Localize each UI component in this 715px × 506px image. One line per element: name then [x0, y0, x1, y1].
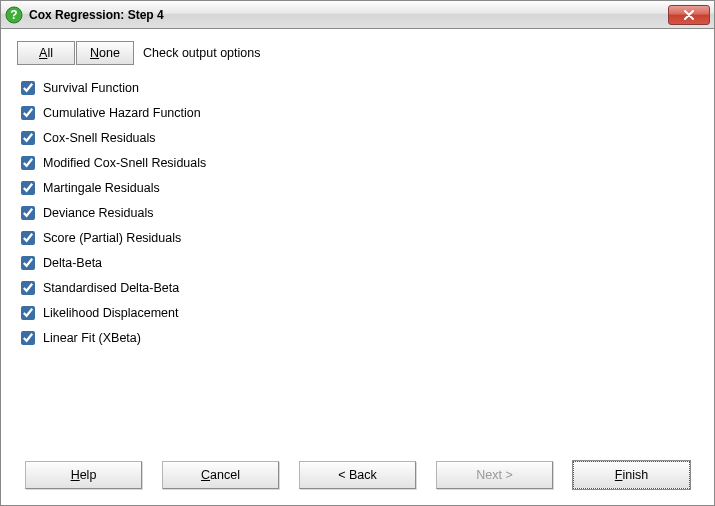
hotkey-char: F — [615, 468, 623, 482]
option-checkbox[interactable] — [21, 306, 35, 320]
nav-button-bar: Help Cancel < Back Next > Finish — [17, 451, 698, 505]
option-checkbox[interactable] — [21, 81, 35, 95]
option-label: Survival Function — [43, 81, 139, 95]
select-buttons-row: All None Check output options — [17, 41, 698, 65]
option-row[interactable]: Linear Fit (XBeta) — [21, 325, 698, 350]
option-row[interactable]: Cumulative Hazard Function — [21, 100, 698, 125]
option-checkbox[interactable] — [21, 231, 35, 245]
option-row[interactable]: Standardised Delta-Beta — [21, 275, 698, 300]
option-row[interactable]: Martingale Residuals — [21, 175, 698, 200]
titlebar: ? Cox Regression: Step 4 — [1, 1, 714, 29]
option-checkbox[interactable] — [21, 106, 35, 120]
hotkey-char: H — [71, 468, 80, 482]
option-checkbox[interactable] — [21, 256, 35, 270]
option-row[interactable]: Score (Partial) Residuals — [21, 225, 698, 250]
option-label: Likelihood Displacement — [43, 306, 179, 320]
back-button[interactable]: < Back — [299, 461, 416, 489]
option-row[interactable]: Likelihood Displacement — [21, 300, 698, 325]
output-options-list: Survival FunctionCumulative Hazard Funct… — [17, 75, 698, 451]
btn-rest: one — [99, 46, 120, 60]
close-icon — [683, 10, 695, 20]
window-close-button[interactable] — [668, 5, 710, 25]
option-label: Deviance Residuals — [43, 206, 153, 220]
window-title: Cox Regression: Step 4 — [29, 8, 668, 22]
option-label: Standardised Delta-Beta — [43, 281, 179, 295]
option-checkbox[interactable] — [21, 281, 35, 295]
client-area: All None Check output options Survival F… — [1, 29, 714, 505]
hotkey-char: < — [338, 468, 345, 482]
options-hint-label: Check output options — [143, 46, 260, 60]
hotkey-char: > — [505, 468, 512, 482]
option-row[interactable]: Delta-Beta — [21, 250, 698, 275]
option-label: Cumulative Hazard Function — [43, 106, 201, 120]
option-checkbox[interactable] — [21, 156, 35, 170]
option-row[interactable]: Cox-Snell Residuals — [21, 125, 698, 150]
option-label: Martingale Residuals — [43, 181, 160, 195]
option-row[interactable]: Deviance Residuals — [21, 200, 698, 225]
option-checkbox[interactable] — [21, 181, 35, 195]
option-checkbox[interactable] — [21, 331, 35, 345]
option-checkbox[interactable] — [21, 206, 35, 220]
option-label: Cox-Snell Residuals — [43, 131, 156, 145]
btn-rest: ll — [47, 46, 53, 60]
option-row[interactable]: Survival Function — [21, 75, 698, 100]
cancel-button[interactable]: Cancel — [162, 461, 279, 489]
svg-text:?: ? — [10, 8, 17, 22]
hotkey-char: C — [201, 468, 210, 482]
select-none-button[interactable]: None — [76, 41, 134, 65]
dialog-window: ? Cox Regression: Step 4 All None Check … — [0, 0, 715, 506]
option-label: Linear Fit (XBeta) — [43, 331, 141, 345]
option-label: Delta-Beta — [43, 256, 102, 270]
option-row[interactable]: Modified Cox-Snell Residuals — [21, 150, 698, 175]
finish-button[interactable]: Finish — [573, 461, 690, 489]
option-checkbox[interactable] — [21, 131, 35, 145]
help-button[interactable]: Help — [25, 461, 142, 489]
hotkey-char: N — [90, 46, 99, 60]
help-question-icon: ? — [5, 6, 23, 24]
option-label: Score (Partial) Residuals — [43, 231, 181, 245]
select-all-button[interactable]: All — [17, 41, 75, 65]
option-label: Modified Cox-Snell Residuals — [43, 156, 206, 170]
next-button: Next > — [436, 461, 553, 489]
